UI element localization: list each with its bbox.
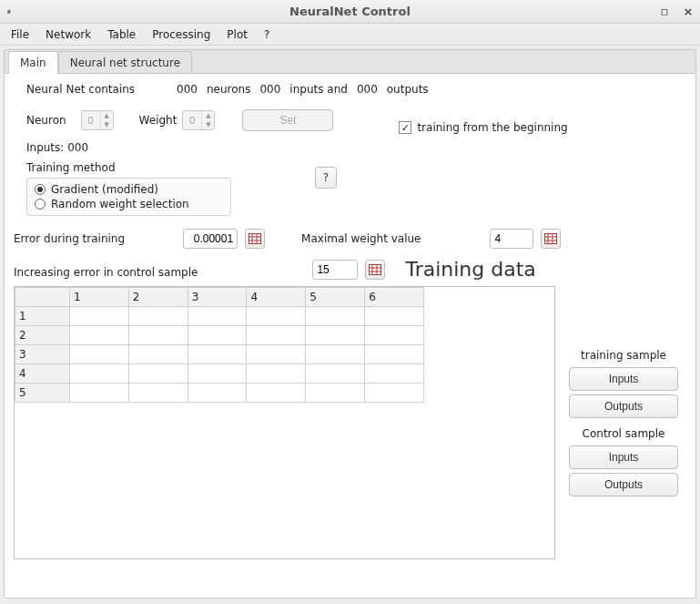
menu-plot[interactable]: Plot [219,26,255,44]
table-cell[interactable] [306,345,365,364]
table-row-header[interactable]: 4 [15,364,70,384]
close-button[interactable]: × [682,5,695,18]
data-table-container[interactable]: 1 2 3 4 5 6 1 2 3 4 5 [14,286,555,559]
neuron-label: Neuron [26,114,66,127]
weight-step-up-icon[interactable]: ▲ [202,111,214,120]
error-training-input[interactable] [183,229,238,249]
table-cell[interactable] [247,307,306,326]
control-inputs-button[interactable]: Inputs [569,445,678,469]
table-row[interactable]: 2 [15,326,424,345]
checkbox-check-icon: ✓ [399,121,411,134]
training-from-beginning-label: training from the beginning [417,121,567,134]
table-row-header[interactable]: 5 [15,384,70,403]
table-cell[interactable] [128,345,188,364]
radio-random[interactable]: Random weight selection [35,197,223,211]
nn-outputs-count: 000 [357,83,378,96]
table-col-header[interactable]: 1 [70,288,129,307]
table-cell[interactable] [247,326,306,345]
table-cell[interactable] [365,326,424,345]
tab-main[interactable]: Main [8,51,58,74]
table-cell[interactable] [247,384,306,403]
nn-neurons-count: 000 [177,83,198,96]
table-cell[interactable] [306,364,365,384]
table-cell[interactable] [188,307,247,326]
svg-rect-10 [370,264,381,274]
weight-spinbox[interactable]: ▲▼ [182,110,215,130]
menu-processing[interactable]: Processing [145,26,218,44]
table-row-header[interactable]: 1 [15,307,70,326]
table-cell[interactable] [365,307,424,326]
error-training-apply-button[interactable] [245,229,265,249]
menu-file[interactable]: File [4,26,36,44]
training-method-help-button[interactable]: ? [315,167,337,189]
table-cell[interactable] [128,326,188,345]
table-col-header[interactable]: 4 [247,288,306,307]
table-cell[interactable] [188,345,247,364]
table-header-row: 1 2 3 4 5 6 [15,288,424,307]
neuron-value[interactable] [82,111,100,129]
table-row[interactable]: 1 [15,307,424,326]
max-weight-input[interactable] [490,229,533,249]
table-col-header[interactable]: 5 [306,288,365,307]
table-cell[interactable] [128,384,188,403]
table-row-header[interactable]: 2 [15,326,70,345]
neuron-step-up-icon[interactable]: ▲ [101,111,113,120]
set-button[interactable]: Set [242,109,333,131]
weight-value[interactable] [183,111,201,129]
table-cell[interactable] [306,326,365,345]
max-weight-label: Maximal weight value [301,232,421,245]
table-cell[interactable] [70,307,129,326]
weight-step-down-icon[interactable]: ▼ [202,120,214,129]
inc-error-input[interactable] [312,260,358,280]
menu-network[interactable]: Network [38,26,98,44]
table-cell[interactable] [188,364,247,384]
table-cell[interactable] [247,345,306,364]
table-cell[interactable] [365,345,424,364]
data-table[interactable]: 1 2 3 4 5 6 1 2 3 4 5 [15,287,424,403]
neuron-spinbox[interactable]: ▲▼ [81,110,114,130]
control-outputs-button[interactable]: Outputs [569,473,678,497]
training-from-beginning-checkbox[interactable]: ✓ training from the beginning [399,121,567,134]
table-cell[interactable] [188,384,247,403]
table-row[interactable]: 3 [15,345,424,364]
table-col-header[interactable]: 3 [188,288,247,307]
grid-icon [544,233,557,244]
table-cell[interactable] [306,384,365,403]
grid-icon [369,264,381,275]
table-cell[interactable] [306,307,365,326]
table-row[interactable]: 4 [15,364,424,384]
table-cell[interactable] [247,364,306,384]
nn-inputs-count: 000 [259,83,280,96]
training-data-heading: Training data [405,258,535,281]
titlebar: ⸗ NeuralNet Control ▫ × [0,0,700,24]
table-cell[interactable] [70,345,129,364]
table-row[interactable]: 5 [15,384,424,403]
svg-rect-5 [545,234,557,244]
side-panel: training sample Inputs Outputs Control s… [564,343,683,500]
neuron-step-down-icon[interactable]: ▼ [101,120,113,129]
training-inputs-button[interactable]: Inputs [569,367,678,391]
table-col-header[interactable]: 2 [128,288,188,307]
table-row-header[interactable]: 3 [15,345,70,364]
menu-help[interactable]: ? [257,26,277,44]
training-outputs-button[interactable]: Outputs [569,394,678,418]
table-cell[interactable] [365,384,424,403]
table-cell[interactable] [70,384,129,403]
radio-gradient[interactable]: Gradient (modified) [35,182,223,197]
tab-structure[interactable]: Neural net structure [58,51,192,74]
table-cell[interactable] [70,364,129,384]
nn-neurons-word: neurons [207,83,250,96]
table-cell[interactable] [128,364,188,384]
table-cell[interactable] [70,326,129,345]
table-cell[interactable] [365,364,424,384]
inc-error-label: Increasing error in control sample [14,266,198,279]
menubar: File Network Table Processing Plot ? [0,24,700,46]
menu-table[interactable]: Table [100,26,143,44]
window-menu-icon[interactable]: ⸗ [7,5,15,17]
minimize-button[interactable]: ▫ [658,5,671,18]
table-col-header[interactable]: 6 [365,288,424,307]
inc-error-apply-button[interactable] [365,260,385,280]
table-cell[interactable] [128,307,188,326]
table-cell[interactable] [188,326,247,345]
max-weight-apply-button[interactable] [541,229,561,249]
